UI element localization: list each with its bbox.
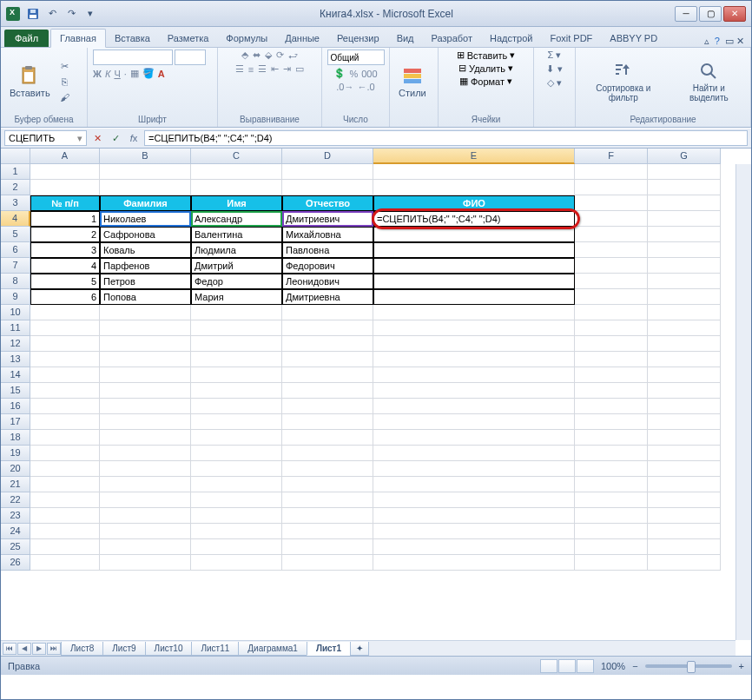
cell[interactable]	[575, 180, 648, 195]
sheet-tab[interactable]: Лист1	[307, 642, 351, 656]
cell[interactable]	[100, 524, 191, 539]
cell[interactable]	[575, 461, 648, 477]
tab-developer[interactable]: Разработ	[423, 30, 481, 47]
border-icon[interactable]: ▦	[130, 68, 139, 79]
cell[interactable]	[30, 399, 100, 414]
cell[interactable]	[191, 367, 282, 383]
window-controls-icon[interactable]: ▭ ✕	[725, 36, 744, 47]
cell[interactable]	[282, 352, 373, 367]
cell[interactable]	[100, 492, 191, 508]
cell[interactable]	[30, 320, 100, 336]
tab-abbyy[interactable]: ABBYY PD	[601, 30, 666, 47]
align-left-icon[interactable]: ☰	[235, 63, 244, 75]
format-painter-icon[interactable]: 🖌	[57, 90, 73, 104]
grid[interactable]: № п/пФамилияИмяОтчествоФИО1НиколаевАлекс…	[30, 164, 736, 640]
cell[interactable]	[100, 164, 191, 180]
cell[interactable]	[575, 414, 648, 430]
cell[interactable]	[648, 414, 721, 430]
cell[interactable]	[30, 492, 100, 508]
cell[interactable]	[373, 258, 575, 274]
cell[interactable]	[373, 461, 575, 477]
cell[interactable]: =СЦЕПИТЬ(B4;" ";C4;" ";D4)	[373, 211, 575, 227]
cell[interactable]	[191, 305, 282, 320]
cell[interactable]	[648, 524, 721, 539]
cell[interactable]	[191, 477, 282, 492]
decimal-dec-icon[interactable]: ←.0	[358, 82, 375, 92]
name-box-dropdown-icon[interactable]: ▾	[77, 133, 82, 144]
name-box[interactable]: СЦЕПИТЬ ▾	[4, 130, 87, 146]
cell[interactable]	[373, 305, 575, 320]
cell[interactable]	[648, 508, 721, 524]
row-header-1[interactable]: 1	[1, 164, 30, 180]
cell[interactable]: Отчество	[282, 195, 373, 211]
cell[interactable]: 5	[30, 274, 100, 289]
cell[interactable]	[191, 524, 282, 539]
cell[interactable]	[191, 492, 282, 508]
row-header-6[interactable]: 6	[1, 242, 30, 258]
tab-formulas[interactable]: Формулы	[217, 30, 276, 47]
cell[interactable]	[373, 227, 575, 242]
cell[interactable]	[648, 555, 721, 571]
indent-inc-icon[interactable]: ⇥	[283, 63, 291, 75]
cell[interactable]	[575, 446, 648, 461]
italic-icon[interactable]: К	[105, 69, 110, 79]
row-header-3[interactable]: 3	[1, 195, 30, 211]
cell[interactable]	[373, 180, 575, 195]
row-header-23[interactable]: 23	[1, 508, 30, 524]
wrap-text-icon[interactable]: ⮐	[288, 50, 298, 61]
cell[interactable]	[191, 539, 282, 555]
cell[interactable]	[30, 524, 100, 539]
cell[interactable]	[30, 430, 100, 446]
tab-insert[interactable]: Вставка	[106, 30, 159, 47]
view-normal-icon[interactable]	[540, 659, 557, 673]
row-header-7[interactable]: 7	[1, 258, 30, 274]
cell[interactable]: 3	[30, 242, 100, 258]
cell[interactable]	[191, 180, 282, 195]
cell[interactable]: Николаев	[100, 211, 191, 227]
cell[interactable]	[648, 477, 721, 492]
col-header-a[interactable]: A	[30, 149, 100, 164]
zoom-out-icon[interactable]: −	[632, 661, 637, 671]
cell[interactable]	[282, 555, 373, 571]
cell[interactable]	[648, 539, 721, 555]
vertical-scrollbar[interactable]	[736, 164, 751, 640]
cell[interactable]	[373, 399, 575, 414]
cell[interactable]	[30, 352, 100, 367]
align-right-icon[interactable]: ☰	[258, 63, 267, 75]
row-header-10[interactable]: 10	[1, 305, 30, 320]
clear-icon[interactable]: ◇ ▾	[547, 77, 562, 89]
row-header-12[interactable]: 12	[1, 336, 30, 352]
col-header-g[interactable]: G	[648, 149, 721, 164]
maximize-button[interactable]: ▢	[699, 6, 722, 22]
tab-nav-prev-icon[interactable]: ◀	[17, 643, 31, 655]
cell[interactable]	[282, 461, 373, 477]
cell[interactable]	[100, 352, 191, 367]
align-center-icon[interactable]: ≡	[248, 64, 254, 75]
cell[interactable]	[100, 446, 191, 461]
cell[interactable]	[282, 367, 373, 383]
cell[interactable]	[282, 336, 373, 352]
view-page-break-icon[interactable]	[577, 659, 594, 673]
row-header-2[interactable]: 2	[1, 180, 30, 195]
cell[interactable]	[100, 414, 191, 430]
row-header-22[interactable]: 22	[1, 492, 30, 508]
cell[interactable]	[30, 461, 100, 477]
row-header-19[interactable]: 19	[1, 446, 30, 461]
cell[interactable]	[30, 539, 100, 555]
cell[interactable]	[373, 336, 575, 352]
cell[interactable]: Михайловна	[282, 227, 373, 242]
cell[interactable]	[282, 383, 373, 399]
row-header-17[interactable]: 17	[1, 414, 30, 430]
tab-home[interactable]: Главная	[50, 29, 106, 48]
minimize-button[interactable]: ─	[675, 6, 697, 22]
cell[interactable]: Валентина	[191, 227, 282, 242]
decimal-inc-icon[interactable]: .0→	[336, 82, 353, 92]
cell[interactable]	[373, 383, 575, 399]
cell[interactable]: Сафронова	[100, 227, 191, 242]
tab-data[interactable]: Данные	[276, 30, 328, 47]
cell[interactable]: Федор	[191, 274, 282, 289]
col-header-e[interactable]: E	[373, 149, 575, 164]
row-header-15[interactable]: 15	[1, 383, 30, 399]
cell[interactable]	[575, 274, 648, 289]
font-select[interactable]	[93, 50, 173, 65]
